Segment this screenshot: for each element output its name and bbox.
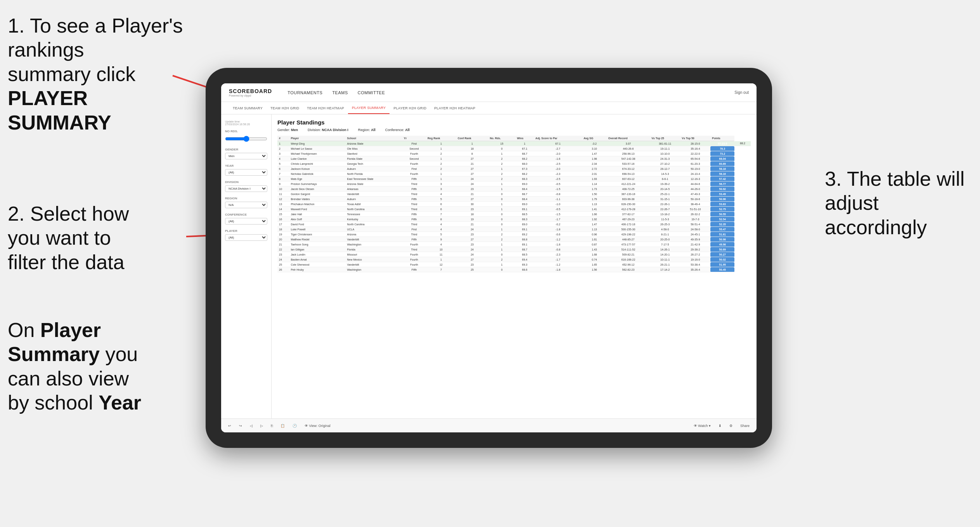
sidebar-year-label: Year <box>225 164 267 168</box>
annotation-year-bold: Year <box>99 391 141 414</box>
nav-right: Sign out <box>734 90 749 95</box>
table-title: Player Standings <box>277 119 751 126</box>
table-row: 23Jack LundinMissouriFourth1124068.5-2.3… <box>277 252 751 257</box>
tablet-frame: SCOREBOARD Powered by clippd TOURNAMENTS… <box>206 68 772 448</box>
table-area: Player Standings Gender: Men Division: N… <box>272 114 757 418</box>
toolbar-undo[interactable]: ↩ <box>226 423 234 429</box>
division-select[interactable]: NCAA Division I <box>225 185 267 192</box>
toolbar-view[interactable]: 👁 View: Original <box>302 423 333 429</box>
table-row: 4Luke ClantonFlorida StateSecond127268.2… <box>277 156 751 161</box>
sub-nav-player-h2h-grid[interactable]: PLAYER H2H GRID <box>390 102 430 114</box>
table-row: 6Jackson KoivunAuburnFirst227167.3-2.02.… <box>277 166 751 171</box>
annotation-line1: To see a Player's rankings <box>8 14 183 61</box>
sub-nav-team-h2h-heatmap[interactable]: TEAM H2H HEATMAP <box>303 102 348 114</box>
annotation-right: 3. The table willadjust accordingly <box>825 167 972 239</box>
sidebar-division-section: Division NCAA Division I <box>225 180 267 192</box>
toolbar-back[interactable]: ◁ <box>248 423 255 429</box>
sidebar-player-label: Player <box>225 229 267 233</box>
sidebar-no-rds: No Rds. <box>225 130 267 143</box>
table-row: 9Preston SummerhaysArizona StateThird324… <box>277 181 751 187</box>
nav-item-committee[interactable]: COMMITTEE <box>358 89 385 97</box>
filter-row: Gender: Men Division: NCAA Division I Re… <box>277 128 751 132</box>
toolbar-clock[interactable]: 🕐 <box>290 423 299 429</box>
toolbar-copy[interactable]: ⎘ <box>268 423 275 429</box>
main-content: Update time:27/03/2024 16:56:26 No Rds. … <box>221 114 757 418</box>
sub-nav-team-h2h-grid[interactable]: TEAM H2H GRID <box>267 102 303 114</box>
table-row: 8Mats EgeEast Tennessee StateFifth124268… <box>277 176 751 181</box>
conference-select[interactable]: (All) <box>225 218 267 225</box>
sidebar-no-rds-label: No Rds. <box>225 130 267 133</box>
sidebar-region-label: Region <box>225 197 267 200</box>
toolbar-forward[interactable]: ▷ <box>258 423 265 429</box>
table-row: 11Gordon SargentVanderbiltThird421068.7-… <box>277 192 751 197</box>
logo-sub: Powered by clippd <box>229 94 251 97</box>
toolbar-settings[interactable]: ⚙ <box>727 423 735 429</box>
col-overall: Overall Record <box>607 136 650 141</box>
col-conf-rank: Conf Rank <box>456 136 488 141</box>
table-row: 20Matthew RiedelVanderbiltFifth927268.8-… <box>277 237 751 242</box>
nav-item-teams[interactable]: TEAMS <box>332 89 348 97</box>
table-row: 1Wenyi DingArizona StateFirst1115167.1-3… <box>277 141 751 146</box>
toolbar-share[interactable]: Share <box>738 423 752 429</box>
toolbar-watch[interactable]: 👁 Watch ▾ <box>691 423 713 429</box>
table-row: 10Jacob Skov OlesenArkansasFifth323168.4… <box>277 187 751 192</box>
col-player: Player <box>289 136 345 141</box>
bottom-toolbar: ↩ ↪ ◁ ▷ ⎘ 📋 🕐 👁 View: Original 👁 Watch ▾… <box>221 418 757 432</box>
table-row: 26Petr HrubyWashingtonFifth725068.6-1.81… <box>277 267 751 272</box>
standings-table: # Player School Yr Reg Rank Conf Rank No… <box>277 136 751 272</box>
player-select[interactable]: (All) <box>225 234 267 241</box>
table-row: 13Phichakun MaichonTexas A&MThird630169.… <box>277 202 751 207</box>
col-adj-score: Adj. Score to Par <box>534 136 582 141</box>
table-row: 24Bastien AmatNew MexicoFourth127269.4-1… <box>277 257 751 262</box>
annotation-top-left: 1. To see a Player's rankings summary cl… <box>8 14 194 135</box>
filter-region: Region: All <box>358 128 376 132</box>
annotation-bold: PLAYERSUMMARY <box>8 87 111 133</box>
toolbar-redo[interactable]: ↪ <box>237 423 244 429</box>
col-school: School <box>346 136 402 141</box>
sub-nav: TEAM SUMMARY TEAM H2H GRID TEAM H2H HEAT… <box>221 102 757 114</box>
table-row: 25Cole SherwoodVanderbiltFourth1223169.3… <box>277 262 751 267</box>
table-row: 14Maxwell FordNorth CarolinaThird623169.… <box>277 207 751 212</box>
sidebar-gender-label: Gender <box>225 148 267 151</box>
table-row: 7Nicholas GabrelcikNorth FloridaFourth12… <box>277 171 751 176</box>
annotation-bottom-left: On PlayerSummary youcan also viewby scho… <box>8 318 155 415</box>
table-row: 19Tiger ChristensenArizonaThird523269.2-… <box>277 232 751 237</box>
table-row: 2Michael Le SassoOle MissSecond118067.1-… <box>277 146 751 151</box>
sidebar-conference-label: Conference <box>225 213 267 216</box>
sidebar-gender-section: Gender Men Women <box>225 148 267 159</box>
sidebar-year-section: Year (All) First Second Third Fourth Fif… <box>225 164 267 176</box>
table-row: 21Taehoon SongWashingtonFourth423169.1-1… <box>277 242 751 247</box>
table-row: 5Christo LamprechtGeorgia TechFourth2212… <box>277 161 751 166</box>
sub-nav-player-h2h-heatmap[interactable]: PLAYER H2H HEATMAP <box>430 102 479 114</box>
col-wins: Wins <box>516 136 534 141</box>
gender-select[interactable]: Men Women <box>225 153 267 159</box>
nav-item-tournaments[interactable]: TOURNAMENTS <box>287 89 322 97</box>
tablet-screen: SCOREBOARD Powered by clippd TOURNAMENTS… <box>221 83 757 432</box>
logo-area: SCOREBOARD Powered by clippd <box>229 88 272 97</box>
col-points: Points <box>710 136 734 141</box>
col-rank: # <box>277 136 289 141</box>
table-row: 16Alex GoffKentuckyFifth819068.3-1.71.92… <box>277 217 751 222</box>
table-row: 18Luke PowellUCLAFirst424169.1-1.81.1350… <box>277 227 751 232</box>
sidebar: Update time:27/03/2024 16:56:26 No Rds. … <box>221 114 272 418</box>
sidebar-region-section: Region N/A <box>225 197 267 208</box>
col-vs-top50: Vs Top 50 <box>680 136 710 141</box>
table-row: 15Jake HallTennesseeFifth718068.5-1.51.6… <box>277 212 751 217</box>
sub-nav-team-summary[interactable]: TEAM SUMMARY <box>229 102 267 114</box>
sub-nav-player-summary[interactable]: PLAYER SUMMARY <box>348 102 390 114</box>
sidebar-conference-section: Conference (All) <box>225 213 267 225</box>
sign-out-link[interactable]: Sign out <box>734 90 749 95</box>
col-no-rds: No. Rds. <box>488 136 515 141</box>
annotation-player-summary-bold: PlayerSummary <box>8 319 101 365</box>
no-rds-slider[interactable] <box>225 136 267 142</box>
nav-bar: SCOREBOARD Powered by clippd TOURNAMENTS… <box>221 83 757 102</box>
table-row: 22Ian GilliganFloridaThird1024168.7-0.81… <box>277 247 751 252</box>
col-reg-rank: Reg Rank <box>426 136 456 141</box>
region-select[interactable]: N/A <box>225 202 267 208</box>
filter-division: Division: NCAA Division I <box>308 128 348 132</box>
col-yr: Yr <box>402 136 426 141</box>
col-vs-top25: Vs Top 25 <box>650 136 680 141</box>
toolbar-paste[interactable]: 📋 <box>278 423 287 429</box>
year-select[interactable]: (All) First Second Third Fourth Fifth <box>225 169 267 176</box>
toolbar-export[interactable]: ⬇ <box>716 423 724 429</box>
